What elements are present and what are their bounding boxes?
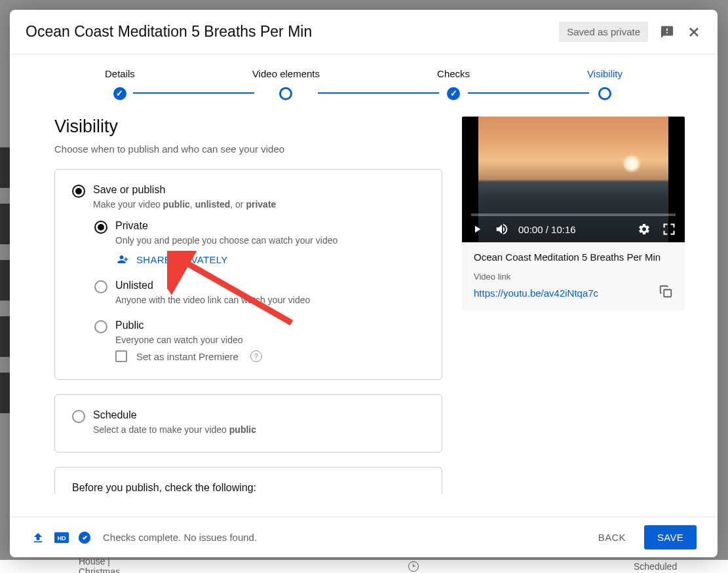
publish-note: Before you publish, check the following: — [72, 482, 425, 494]
save-status-pill: Saved as private — [559, 22, 648, 42]
visibility-dialog: Ocean Coast Meditation 5 Breaths Per Min… — [10, 10, 718, 557]
person-add-icon — [115, 253, 130, 265]
step-video-elements[interactable]: Video elements — [252, 68, 320, 100]
section-title: Visibility — [54, 117, 442, 137]
stepper: Details ✓ Video elements Checks ✓ Visibi… — [10, 54, 718, 97]
video-link[interactable]: https://youtu.be/av42iNtqa7c — [474, 287, 598, 299]
gear-icon[interactable] — [638, 223, 651, 236]
save-publish-label: Save or publish — [93, 184, 276, 196]
dialog-footer: HD Checks complete. No issues found. BAC… — [10, 517, 718, 557]
back-button[interactable]: BACK — [589, 525, 635, 549]
close-icon[interactable] — [686, 24, 702, 40]
section-subtitle: Choose when to publish and who can see y… — [54, 143, 442, 155]
radio-unlisted[interactable] — [94, 280, 107, 293]
footer-status: Checks complete. No issues found. — [103, 532, 257, 543]
svg-text:HD: HD — [57, 534, 66, 541]
radio-private[interactable] — [94, 221, 107, 234]
radio-schedule[interactable] — [72, 410, 85, 423]
step-visibility[interactable]: Visibility — [587, 68, 623, 100]
video-time: 00:00 / 10:16 — [518, 224, 576, 235]
copy-icon[interactable] — [659, 284, 673, 299]
hd-icon: HD — [54, 532, 69, 544]
fullscreen-icon[interactable] — [662, 223, 676, 236]
feedback-icon[interactable] — [660, 25, 674, 39]
upload-icon — [31, 530, 45, 545]
radio-public[interactable] — [94, 320, 107, 333]
help-icon[interactable]: ? — [250, 350, 262, 362]
link-label: Video link — [474, 272, 673, 282]
volume-icon[interactable] — [495, 222, 509, 236]
svg-rect-0 — [664, 289, 671, 297]
play-icon[interactable] — [471, 223, 483, 236]
publish-note-card: Before you publish, check the following: — [54, 467, 442, 494]
save-publish-desc: Make your video public, unlisted, or pri… — [93, 199, 276, 210]
step-checks[interactable]: Checks ✓ — [437, 68, 470, 100]
step-details[interactable]: Details ✓ — [105, 68, 135, 100]
save-button[interactable]: SAVE — [644, 525, 697, 549]
preview-title: Ocean Coast Meditation 5 Breaths Per Min — [474, 251, 673, 263]
save-publish-card: Save or publish Make your video public, … — [54, 169, 442, 380]
clock-icon — [408, 561, 419, 572]
checkbox-premiere[interactable] — [115, 350, 127, 362]
dialog-header: Ocean Coast Meditation 5 Breaths Per Min… — [10, 10, 718, 54]
background-table-row: Angels In The House | Christmas | Music … — [0, 560, 728, 573]
share-privately-button[interactable]: SHARE PRIVATELY — [115, 253, 337, 265]
video-thumbnail[interactable]: 00:00 / 10:16 — [462, 117, 685, 242]
schedule-card: Schedule Select a date to make your vide… — [54, 394, 442, 453]
video-preview: 00:00 / 10:16 Ocean Coast Meditation 5 B… — [462, 117, 685, 310]
radio-save-publish[interactable] — [72, 185, 85, 198]
check-circle-icon — [78, 531, 91, 544]
dialog-title: Ocean Coast Meditation 5 Breaths Per Min — [26, 23, 312, 41]
